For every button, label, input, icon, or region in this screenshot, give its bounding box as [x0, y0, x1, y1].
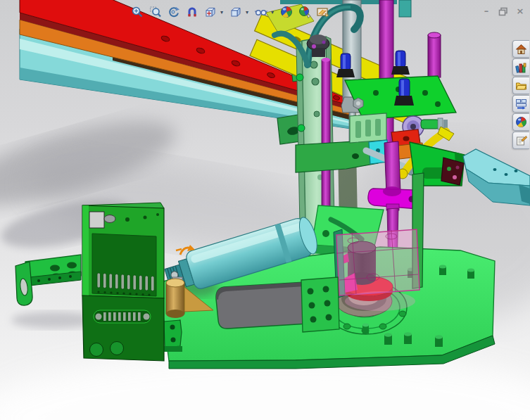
column-foot-bracket[interactable]	[301, 277, 339, 332]
standard-views-button[interactable]	[202, 4, 219, 20]
view-palette-icon	[515, 98, 527, 110]
hide-show-items-button[interactable]	[253, 4, 270, 20]
edit-appearance-icon	[298, 5, 312, 19]
plate-angle-bracket[interactable]	[164, 320, 182, 352]
hide-show-items-icon	[254, 6, 268, 18]
rotate-view-icon	[168, 6, 180, 18]
apply-scene-button[interactable]	[278, 4, 295, 20]
image-frame-button[interactable]	[315, 4, 332, 20]
zoom-to-area-button[interactable]	[147, 4, 164, 20]
side-mount-bracket[interactable]	[15, 255, 81, 305]
display-style-button[interactable]	[227, 4, 244, 20]
hide-show-items-dropdown[interactable]: ▾	[270, 9, 275, 15]
display-style-icon	[229, 6, 242, 18]
appearances-sphere-icon	[515, 116, 527, 128]
minimize-button[interactable]: –	[480, 6, 493, 17]
task-pane-tab-design-library[interactable]	[512, 58, 529, 76]
home-icon	[515, 44, 527, 55]
apply-scene-icon	[279, 5, 294, 19]
display-style-dropdown[interactable]: ▾	[244, 9, 250, 15]
electronics-enclosure[interactable]	[82, 203, 164, 361]
close-icon: ×	[517, 6, 524, 17]
pan-button[interactable]	[184, 4, 201, 20]
task-pane-tab-file-explorer[interactable]	[512, 77, 529, 94]
task-pane-tab-resources[interactable]	[512, 40, 529, 58]
view-toolbar: ▾ ▾ ▾	[129, 4, 332, 20]
task-pane-tab-custom-properties[interactable]	[512, 132, 529, 149]
image-frame-icon	[316, 6, 330, 18]
custom-properties-icon	[515, 135, 527, 146]
pan-icon	[186, 6, 198, 18]
file-explorer-folder-icon	[515, 80, 527, 91]
restore-icon	[498, 7, 508, 16]
design-library-icon	[515, 62, 527, 73]
rotate-view-button[interactable]	[165, 4, 182, 20]
cad-application-window: ▾ ▾ ▾	[0, 0, 530, 420]
purple-rod-right[interactable]	[428, 32, 441, 77]
close-button[interactable]: ×	[514, 6, 526, 17]
task-pane-tab-appearances[interactable]	[512, 113, 529, 131]
turntable-housing[interactable]	[334, 229, 419, 311]
restore-button[interactable]	[497, 6, 510, 17]
task-pane-tabs	[512, 40, 530, 150]
brass-roller[interactable]	[166, 277, 184, 318]
edit-appearance-button[interactable]	[296, 4, 313, 20]
minimize-icon: –	[484, 6, 489, 17]
window-controls: – ×	[480, 6, 526, 17]
task-pane-tab-view-palette[interactable]	[512, 95, 529, 113]
zoom-to-fit-button[interactable]	[129, 4, 146, 20]
standard-views-dropdown[interactable]: ▾	[219, 9, 225, 15]
3d-viewport[interactable]	[0, 0, 530, 420]
zoom-to-area-icon	[149, 6, 162, 18]
zoom-to-fit-icon	[131, 6, 144, 18]
standard-views-icon	[204, 6, 217, 18]
